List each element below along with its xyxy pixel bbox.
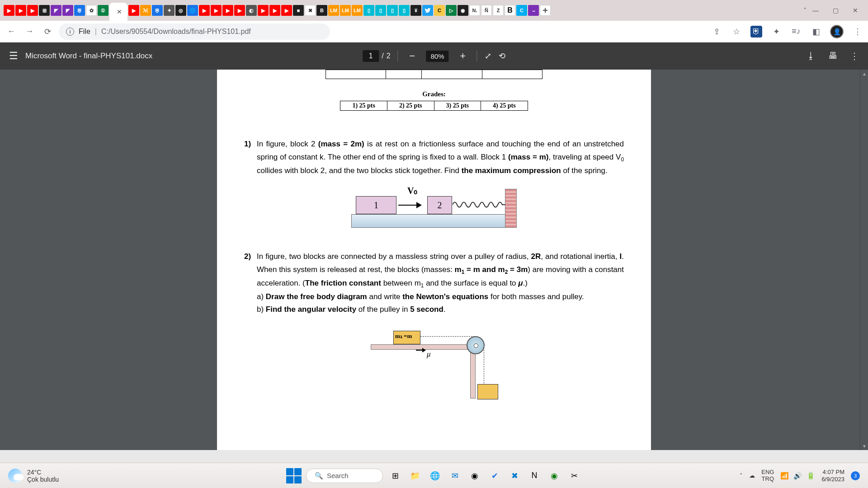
tab-icon[interactable]: ¥ [410,5,421,16]
tab-icon[interactable]: ▶ [222,5,233,16]
new-tab-button[interactable]: + [540,5,551,16]
tab-icon[interactable]: ◤ [51,5,61,16]
tab-icon[interactable]: ▶ [199,5,210,16]
snip-icon[interactable]: ✂ [566,468,582,483]
tab-icon[interactable]: ◎ [175,5,186,16]
start-button[interactable] [286,468,302,483]
zoom-out-button[interactable]: − [406,50,419,62]
address-bar[interactable]: i File | C:/Users/90554/Downloads/final-… [59,23,330,40]
tab-icon[interactable]: LM [328,5,339,16]
nav-forward-button[interactable]: → [23,25,36,38]
window-minimize[interactable]: ― [812,7,819,14]
tab-icon[interactable]: ▶ [234,5,245,16]
tab-icon[interactable]: ▶ [4,5,14,16]
reading-list-icon[interactable]: ≡♪ [790,26,802,38]
chrome-menu-icon[interactable]: ⋮ [852,26,863,38]
tab-icon[interactable]: ⛨ [74,5,85,16]
tab-icon[interactable]: ▯ [387,5,398,16]
fit-page-button[interactable]: ⤢ [485,51,491,61]
battery-icon[interactable]: 🔋 [807,472,815,480]
tab-icon[interactable]: ✦ [164,5,175,16]
tab-icon[interactable]: ✿ [86,5,97,16]
wifi-icon[interactable]: 📶 [780,472,789,480]
side-panel-icon[interactable]: ◧ [810,26,822,38]
window-close[interactable]: ✕ [852,7,859,14]
window-maximize[interactable]: ▢ [832,7,839,14]
site-info-icon[interactable]: i [66,28,74,36]
address-bar-row: ← → ⟳ i File | C:/Users/90554/Downloads/… [0,21,868,42]
bookmark-star-icon[interactable]: ☆ [731,26,742,38]
tab-icon[interactable]: ⛨ [152,5,163,16]
vscode-icon[interactable]: ✖ [507,468,522,483]
rotate-button[interactable]: ⟲ [499,51,505,61]
active-tab[interactable]: ✕ [109,3,127,21]
tab-icon[interactable]: ① [98,5,108,16]
tab-icon[interactable]: ▶ [258,5,269,16]
tab-icon[interactable]: Ñ [481,5,492,16]
system-clock[interactable]: 4:07 PM 6/9/2023 [821,469,844,483]
zoom-level[interactable]: 80% [426,51,449,62]
onedrive-icon[interactable]: ☁ [749,472,755,479]
print-button[interactable]: 🖶 [828,51,837,61]
tab-icon[interactable]: ✖ [305,5,316,16]
tab-icon[interactable]: ℳ [140,5,151,16]
tray-chevron-icon[interactable]: ˄ [740,472,743,479]
file-explorer-icon[interactable]: 📁 [407,468,423,483]
extensions-puzzle-icon[interactable]: ✦ [770,26,782,38]
tabs-overflow[interactable]: ˅ [803,7,812,14]
page-current-input[interactable]: 1 [363,50,379,62]
notification-badge[interactable]: 3 [851,471,860,480]
tab-icon[interactable]: ■ [293,5,304,16]
language-indicator[interactable]: ENG TRQ [761,469,774,482]
tab-icon[interactable]: ▶ [27,5,38,16]
taskbar-search[interactable]: 🔍 Search [306,469,383,483]
tab-icon[interactable]: ▶ [128,5,139,16]
zoom-in-button[interactable]: + [456,50,470,62]
pdf-more-menu[interactable]: ⋮ [850,51,859,61]
tab-icon[interactable]: ▯ [399,5,410,16]
chrome-icon[interactable]: ◉ [467,468,482,483]
task-view-icon[interactable]: ⊞ [387,468,403,483]
tab-icon[interactable]: ▯ [363,5,374,16]
vertical-scrollbar[interactable]: ▲ ▼ [860,70,868,450]
tab-icon[interactable]: ▯ [375,5,386,16]
tab-icon[interactable]: ◉ [458,5,468,16]
scroll-down-arrow[interactable]: ▼ [860,442,868,450]
profile-avatar[interactable]: 👤 [830,25,844,38]
tab-icon[interactable]: N. [469,5,480,16]
share-icon[interactable]: ⇪ [711,26,722,38]
tab-icon[interactable]: Z [493,5,504,16]
tab-icon[interactable]: B [316,5,327,16]
app-icon[interactable]: ✔ [487,468,502,483]
edge-icon[interactable]: 🌐 [427,468,443,483]
scroll-up-arrow[interactable]: ▲ [860,70,868,78]
tab-icon[interactable]: ▶ [281,5,292,16]
notion-icon[interactable]: N [527,468,542,483]
tab-icon[interactable]: ◤ [62,5,73,16]
tab-icon[interactable]: ▷ [446,5,457,16]
xbox-icon[interactable]: ◉ [547,468,562,483]
tab-icon[interactable]: LM [340,5,351,16]
nav-back-button[interactable]: ← [5,25,18,38]
nav-reload-button[interactable]: ⟳ [41,25,54,38]
tab-icon[interactable]: ▶ [211,5,222,16]
tab-icon[interactable]: 🌐 [187,5,198,16]
mail-icon[interactable]: ✉ [447,468,462,483]
tab-icon[interactable]: ▶ [15,5,26,16]
tab-icon[interactable]: ⌣ [528,5,539,16]
tab-icon[interactable]: ◐ [246,5,257,16]
download-button[interactable]: ⭳ [807,51,816,61]
tab-icon[interactable]: ▶ [269,5,280,16]
pdf-sidebar-toggle[interactable]: ☰ [9,50,18,62]
volume-icon[interactable]: 🔊 [793,472,802,480]
tab-icon[interactable]: ⊞ [39,5,50,16]
close-tab-icon[interactable]: ✕ [117,8,122,15]
weather-widget[interactable]: 24°C Çok bulutlu [0,469,59,483]
tab-icon[interactable]: C [434,5,445,16]
extension-icon[interactable]: ⛨ [750,26,762,38]
pdf-viewport[interactable]: Grades: 1) 25 pts 2) 25 pts 3) 25 pts 4)… [0,70,868,450]
tab-icon[interactable] [422,5,433,16]
tab-icon[interactable]: C [516,5,527,16]
tab-icon[interactable]: B [505,5,515,16]
tab-icon[interactable]: LM [352,5,363,16]
